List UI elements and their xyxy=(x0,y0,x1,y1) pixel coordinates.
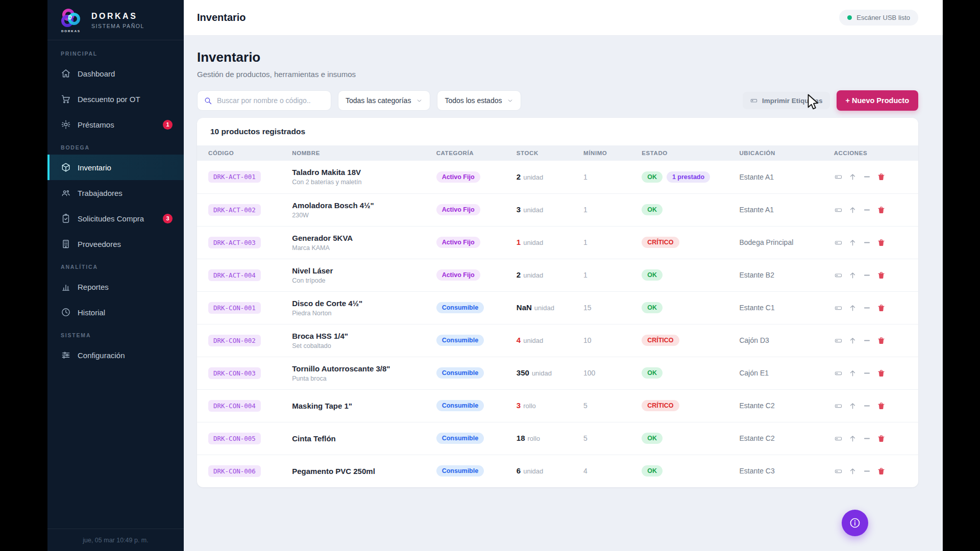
stock-out-action-button[interactable] xyxy=(863,206,871,214)
sidebar-section-label: PRINCIPAL xyxy=(47,51,184,57)
sidebar-item-descuento-por-ot[interactable]: Descuento por OT xyxy=(47,86,184,112)
category-badge: Activo Fijo xyxy=(436,269,480,281)
stock-out-action-button[interactable] xyxy=(863,172,871,181)
cell-category: Consumible xyxy=(431,389,511,422)
cell-name: Masking Tape 1" xyxy=(287,389,431,422)
category-filter-select[interactable]: Todas las categorías xyxy=(338,90,430,111)
sidebar-item-label: Descuento por OT xyxy=(78,95,140,104)
main-area: Inventario Escáner USB listo Inventario … xyxy=(184,0,943,551)
stock-out-action-button[interactable] xyxy=(863,304,871,312)
print-label-action-button[interactable] xyxy=(834,304,843,312)
category-filter-value: Todas las categorías xyxy=(346,96,411,105)
product-code-chip: DRK-ACT-001 xyxy=(208,171,261,183)
stock-value: NaN xyxy=(517,303,532,312)
delete-action-button[interactable] xyxy=(877,369,886,378)
cell-name: Tornillo Autorroscante 3/8"Punta broca xyxy=(287,357,431,389)
print-label-action-button[interactable] xyxy=(834,206,843,214)
row-actions xyxy=(834,206,913,214)
sidebar-item-trabajadores[interactable]: Trabajadores xyxy=(47,180,184,206)
delete-action-button[interactable] xyxy=(877,172,886,181)
print-label-action-button[interactable] xyxy=(834,369,843,378)
print-label-action-button[interactable] xyxy=(834,467,843,475)
cell-location: Estante B2 xyxy=(734,259,828,291)
gear-icon xyxy=(61,119,71,130)
stock-in-action-button[interactable] xyxy=(848,434,857,443)
stock-out-action-button[interactable] xyxy=(863,271,871,280)
print-label-action-button[interactable] xyxy=(834,238,843,247)
print-label-action-button[interactable] xyxy=(834,434,843,443)
sidebar-item-label: Inventario xyxy=(78,163,111,172)
cell-category: Consumible xyxy=(431,324,511,357)
sidebar-item-historial[interactable]: Historial xyxy=(47,299,184,325)
delete-action-button[interactable] xyxy=(877,402,886,410)
sidebar-item-solicitudes-compra[interactable]: Solicitudes Compra3 xyxy=(47,206,184,231)
status-filter-select[interactable]: Todos los estados xyxy=(437,90,521,111)
clock-icon xyxy=(61,307,71,317)
sidebar-item-configuracion[interactable]: Configuración xyxy=(47,342,184,368)
search-box[interactable] xyxy=(197,90,331,111)
stock-in-action-button[interactable] xyxy=(848,304,857,312)
cell-actions xyxy=(829,324,918,357)
delete-action-button[interactable] xyxy=(877,238,886,247)
sidebar-item-reportes[interactable]: Reportes xyxy=(47,274,184,299)
new-product-button[interactable]: + Nuevo Producto xyxy=(837,90,918,111)
trash-icon xyxy=(877,206,886,214)
cell-name: Cinta Teflón xyxy=(287,422,431,455)
cell-location: Estante C3 xyxy=(734,455,828,487)
arrow-up-icon xyxy=(848,336,857,345)
sidebar-section-label: BODEGA xyxy=(47,144,184,151)
cell-category: Consumible xyxy=(431,455,511,487)
arrow-up-icon xyxy=(848,271,857,280)
stock-unit: unidad xyxy=(523,467,543,475)
stock-in-action-button[interactable] xyxy=(848,369,857,378)
status-badge: OK xyxy=(642,302,663,313)
delete-action-button[interactable] xyxy=(877,304,886,312)
cell-stock: 3unidad xyxy=(511,193,578,226)
stock-value: 2 xyxy=(517,270,521,279)
print-label-action-button[interactable] xyxy=(834,402,843,410)
stock-out-action-button[interactable] xyxy=(863,369,871,378)
print-labels-button[interactable]: Imprimir Etiquetas xyxy=(743,92,830,109)
stock-out-action-button[interactable] xyxy=(863,467,871,475)
stock-in-action-button[interactable] xyxy=(848,336,857,345)
stock-in-action-button[interactable] xyxy=(848,271,857,280)
sidebar-item-proveedores[interactable]: Proveedores xyxy=(47,231,184,257)
status-badge: CRÍTICO xyxy=(642,400,679,411)
stock-in-action-button[interactable] xyxy=(848,402,857,410)
chevron-down-icon xyxy=(507,97,513,104)
delete-action-button[interactable] xyxy=(877,206,886,214)
row-actions xyxy=(834,336,913,345)
stock-in-action-button[interactable] xyxy=(848,467,857,475)
stock-in-action-button[interactable] xyxy=(848,238,857,247)
print-label-action-button[interactable] xyxy=(834,172,843,181)
cell-code: DRK-CON-003 xyxy=(197,357,287,389)
cell-code: DRK-CON-005 xyxy=(197,422,287,455)
stock-out-action-button[interactable] xyxy=(863,402,871,410)
delete-action-button[interactable] xyxy=(877,336,886,345)
search-input[interactable] xyxy=(217,96,325,105)
sidebar-item-dashboard[interactable]: Dashboard xyxy=(47,61,184,86)
cell-stock: NaNunidad xyxy=(511,291,578,324)
cell-name: Disco de Corte 4½"Piedra Norton xyxy=(287,291,431,324)
trash-icon xyxy=(877,172,886,181)
sidebar-item-prestamos[interactable]: Préstamos1 xyxy=(47,112,184,137)
stock-out-action-button[interactable] xyxy=(863,434,871,443)
delete-action-button[interactable] xyxy=(877,467,886,475)
info-fab-button[interactable] xyxy=(842,510,868,536)
cell-status: CRÍTICO xyxy=(636,226,734,259)
label-icon xyxy=(834,402,843,410)
delete-action-button[interactable] xyxy=(877,271,886,280)
screen: D DORKAS DORKAS SISTEMA PAÑOL PRINCIPALD… xyxy=(0,0,980,551)
cell-category: Consumible xyxy=(431,291,511,324)
print-label-action-button[interactable] xyxy=(834,271,843,280)
minus-icon xyxy=(863,467,871,475)
stock-unit: unidad xyxy=(523,173,543,181)
stock-out-action-button[interactable] xyxy=(863,238,871,247)
sidebar-item-inventario[interactable]: Inventario xyxy=(47,155,184,180)
stock-in-action-button[interactable] xyxy=(848,172,857,181)
delete-action-button[interactable] xyxy=(877,434,886,443)
stock-out-action-button[interactable] xyxy=(863,336,871,345)
print-label-action-button[interactable] xyxy=(834,336,843,345)
stock-in-action-button[interactable] xyxy=(848,206,857,214)
product-name: Tornillo Autorroscante 3/8" xyxy=(292,364,426,373)
